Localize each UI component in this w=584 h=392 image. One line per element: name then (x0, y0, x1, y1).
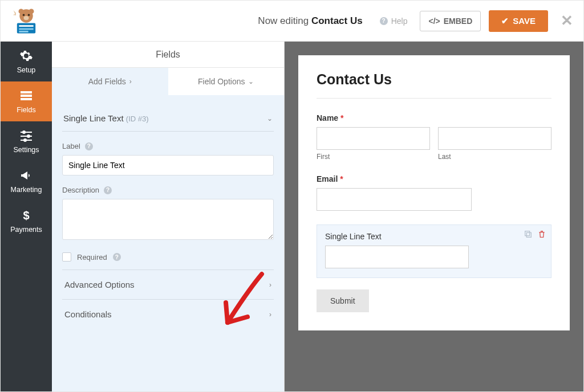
svg-rect-11 (21, 95, 32, 97)
nav-settings[interactable]: Settings (1, 121, 52, 161)
help-icon: ? (113, 253, 121, 261)
slt-field-label: Single Line Text (325, 232, 543, 241)
svg-point-18 (23, 138, 27, 142)
check-icon: ✔ (501, 16, 509, 26)
help-link[interactable]: ? Help (380, 17, 408, 26)
svg-point-14 (22, 130, 26, 134)
email-field-label: Email * (317, 174, 551, 183)
last-name-input[interactable] (438, 127, 551, 150)
nav-payments[interactable]: $ Payments (1, 201, 52, 241)
duplicate-icon[interactable] (524, 230, 533, 239)
conditionals-accordion[interactable]: Conditionals› (62, 299, 274, 329)
slt-input[interactable] (325, 246, 469, 268)
help-icon: ? (104, 186, 112, 194)
name-field-label: Name * (317, 113, 551, 122)
svg-point-3 (23, 14, 25, 16)
submit-button[interactable]: Submit (317, 289, 369, 312)
close-icon[interactable]: ✕ (561, 12, 573, 30)
svg-rect-21 (526, 232, 531, 237)
svg-rect-20 (525, 231, 530, 236)
svg-point-4 (28, 14, 30, 16)
tab-field-options[interactable]: Field Options⌄ (168, 68, 285, 95)
gear-icon (19, 49, 33, 63)
sliders-icon (19, 129, 33, 142)
nav-marketing[interactable]: Marketing (1, 161, 52, 201)
trash-icon[interactable] (537, 230, 546, 239)
svg-text:$: $ (23, 209, 29, 222)
save-button[interactable]: ✔ SAVE (489, 10, 548, 32)
checkbox-icon (62, 252, 71, 262)
first-sublabel: First (317, 153, 430, 161)
required-checkbox[interactable]: Required ? (62, 252, 274, 262)
chevron-down-icon: ⌄ (267, 115, 273, 122)
embed-button[interactable]: </> EMBED (420, 11, 481, 31)
help-icon: ? (380, 17, 388, 25)
field-header[interactable]: Single Line Text (ID #3) ⌄ (62, 104, 274, 132)
advanced-options-accordion[interactable]: Advanced Options› (62, 270, 274, 299)
selected-field[interactable]: Single Line Text (317, 224, 551, 278)
app-logo (1, 1, 52, 42)
panel-title: Fields (52, 42, 284, 68)
code-icon: </> (428, 17, 440, 26)
chevron-right-icon: › (269, 281, 271, 289)
svg-point-1 (19, 9, 24, 14)
label-input[interactable] (62, 155, 274, 175)
nav-setup[interactable]: Setup (1, 42, 52, 81)
bullhorn-icon (19, 169, 33, 182)
svg-point-2 (29, 9, 34, 14)
form-icon (19, 89, 33, 103)
email-input[interactable] (317, 188, 472, 211)
chevron-right-icon: › (129, 77, 132, 85)
first-name-input[interactable] (317, 127, 430, 150)
svg-rect-12 (21, 98, 32, 100)
svg-rect-10 (21, 91, 32, 93)
last-sublabel: Last (438, 153, 551, 161)
label-heading: Label? (62, 142, 274, 150)
form-preview: Contact Us Name * First Last Email * (285, 42, 583, 392)
svg-point-16 (27, 134, 30, 138)
chevron-right-icon: › (269, 311, 271, 318)
help-icon: ? (85, 142, 93, 150)
nav-fields[interactable]: Fields (1, 81, 52, 121)
svg-rect-7 (19, 25, 33, 27)
svg-point-5 (24, 16, 29, 20)
dollar-icon: $ (19, 209, 33, 222)
description-input[interactable] (62, 199, 274, 240)
svg-rect-8 (19, 28, 33, 30)
svg-rect-9 (19, 31, 28, 32)
now-editing-label: Now editing Contact Us (258, 15, 362, 27)
form-preview-title: Contact Us (317, 71, 551, 99)
description-heading: Description? (62, 186, 274, 194)
tab-add-fields[interactable]: Add Fields› (52, 68, 168, 95)
chevron-down-icon: ⌄ (248, 77, 254, 85)
